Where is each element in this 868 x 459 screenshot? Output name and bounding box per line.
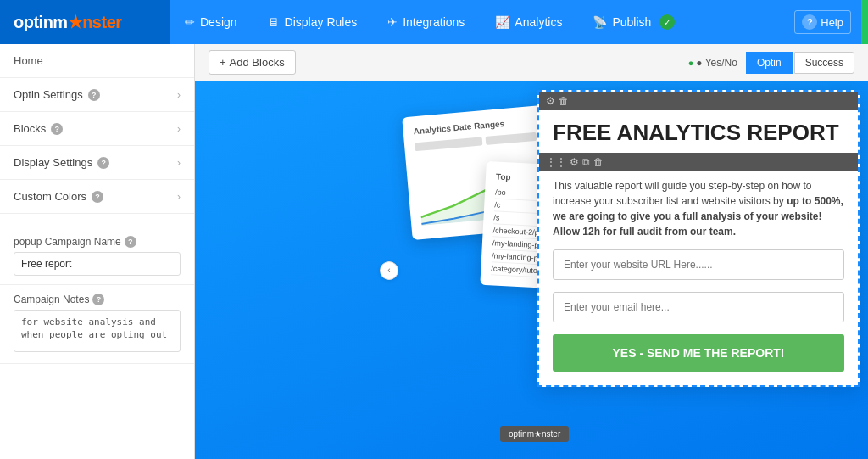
main-layout: Home Optin Settings ? › Blocks ? › Displ… — [0, 44, 868, 459]
help-badge-notes: ? — [92, 294, 104, 305]
nav-label-integrations: Integrations — [403, 15, 465, 29]
popup-overlay: ⚙ 🗑 FREE ANALYTICS REPORT ⋮⋮ ⚙ ⧉ 🗑 — [537, 90, 860, 387]
help-question-icon: ? — [802, 14, 817, 30]
analytics-icon: 📈 — [495, 15, 509, 29]
nav-label-design: Design — [200, 15, 237, 29]
nav-label-display-rules: Display Rules — [285, 15, 358, 29]
canvas-toolbar: + Add Blocks ● ● Yes/No Optin Success — [195, 44, 868, 81]
popup-url-field — [539, 246, 858, 288]
sidebar: Home Optin Settings ? › Blocks ? › Displ… — [0, 44, 195, 459]
display-icon: 🖥 — [268, 15, 280, 29]
help-label: Help — [821, 16, 843, 29]
campaign-name-field: popup Campaign Name ? — [0, 227, 194, 285]
title-block-toolbar: ⚙ 🗑 — [539, 92, 858, 110]
bar-2 — [486, 132, 537, 145]
add-blocks-button[interactable]: + Add Blocks — [209, 50, 296, 75]
help-badge-optin: ? — [88, 89, 100, 101]
logo[interactable]: optinm★nster — [0, 0, 170, 44]
sidebar-label-blocks: Blocks — [14, 122, 46, 135]
campaign-notes-field: Campaign Notes ? for website analysis an… — [0, 285, 194, 364]
canvas-area: + Add Blocks ● ● Yes/No Optin Success An… — [195, 44, 868, 459]
dot-icon: ● — [688, 58, 694, 68]
nav-label-publish: Publish — [612, 15, 651, 29]
bar-1 — [415, 137, 483, 151]
help-button[interactable]: ? Help — [794, 10, 851, 34]
help-badge-blocks: ? — [51, 123, 63, 135]
copy-icon-body[interactable]: ⧉ — [582, 156, 590, 168]
campaign-name-label: popup Campaign Name ? — [14, 236, 181, 248]
canvas-content: Analytics Date Ranges — [195, 81, 868, 459]
popup-body-text: This valuable report will guide you step… — [553, 178, 844, 239]
sidebar-label-display-settings: Display Settings — [14, 156, 92, 169]
chevron-right-icon-4: › — [177, 191, 181, 203]
sidebar-home-label: Home — [14, 54, 43, 67]
submit-button[interactable]: YES - Send me the Report! — [553, 334, 844, 372]
publish-check-icon: ✓ — [659, 14, 675, 30]
publish-icon: 📡 — [593, 15, 607, 29]
sidebar-label-custom-colors: Custom Colors — [14, 190, 86, 203]
gear-icon-body[interactable]: ⚙ — [570, 156, 579, 168]
trash-icon-body[interactable]: 🗑 — [593, 156, 604, 168]
campaign-name-input[interactable] — [14, 252, 181, 276]
nav-label-analytics: Analytics — [515, 15, 562, 29]
submit-label: YES - Send me the Report! — [612, 346, 784, 360]
move-icon-body[interactable]: ⋮⋮ — [546, 156, 566, 168]
nav-item-analytics[interactable]: 📈 Analytics — [480, 0, 577, 44]
campaign-notes-input[interactable]: for website analysis and when people are… — [14, 310, 181, 352]
optinmonster-watermark: optinm★nster — [500, 426, 569, 442]
sidebar-item-custom-colors[interactable]: Custom Colors ? › — [0, 180, 194, 214]
integrations-icon: ✈ — [387, 15, 398, 29]
url-input[interactable] — [553, 249, 844, 280]
yes-no-indicator: ● ● Yes/No — [688, 57, 737, 69]
chevron-right-icon-2: › — [177, 123, 181, 135]
nav-item-display-rules[interactable]: 🖥 Display Rules — [253, 0, 373, 44]
tab-success[interactable]: Success — [794, 52, 854, 74]
nav-item-design[interactable]: ✏ Design — [170, 0, 253, 44]
help-badge-display: ? — [97, 157, 109, 169]
tab-optin[interactable]: Optin — [746, 52, 793, 74]
help-badge-campaign: ? — [125, 236, 136, 248]
email-input[interactable] — [553, 292, 844, 322]
plus-icon: + — [220, 56, 226, 69]
campaign-notes-label: Campaign Notes ? — [14, 294, 181, 305]
collapse-sidebar-button[interactable]: ‹ — [380, 261, 398, 280]
pencil-icon: ✏ — [185, 15, 195, 29]
top-nav: optinm★nster ✏ Design 🖥 Display Rules ✈ … — [0, 0, 868, 44]
add-blocks-label: Add Blocks — [230, 56, 285, 69]
gear-icon-title[interactable]: ⚙ — [546, 95, 555, 107]
nav-items: ✏ Design 🖥 Display Rules ✈ Integrations … — [170, 0, 794, 44]
popup-title: FREE ANALYTICS REPORT — [553, 120, 844, 146]
body-block-toolbar: ⋮⋮ ⚙ ⧉ 🗑 — [539, 153, 858, 171]
chevron-right-icon: › — [177, 89, 181, 101]
sidebar-item-blocks[interactable]: Blocks ? › — [0, 112, 194, 146]
sidebar-item-optin-settings[interactable]: Optin Settings ? › — [0, 78, 194, 112]
logo-text: optinm★nster — [14, 12, 122, 32]
nav-right: ? Help — [794, 10, 861, 34]
view-tabs: ● ● Yes/No Optin Success — [688, 52, 854, 74]
help-badge-colors: ? — [92, 191, 103, 203]
sidebar-item-display-settings[interactable]: Display Settings ? › — [0, 146, 194, 180]
logo-monster: ★nster — [68, 13, 122, 31]
popup-email-field — [539, 288, 858, 331]
popup-body-block[interactable]: This valuable report will guide you step… — [539, 171, 858, 246]
chevron-left-icon: ‹ — [387, 266, 390, 275]
watermark-text: optinm★nster — [509, 429, 560, 439]
sidebar-home[interactable]: Home — [0, 44, 194, 78]
nav-item-integrations[interactable]: ✈ Integrations — [372, 0, 480, 44]
nav-green-bar — [861, 0, 868, 44]
nav-item-publish[interactable]: 📡 Publish ✓ — [577, 0, 690, 44]
trash-icon-title[interactable]: 🗑 — [559, 95, 569, 107]
chevron-right-icon-3: › — [177, 157, 181, 169]
sidebar-label-optin-settings: Optin Settings — [14, 88, 83, 101]
popup-title-block[interactable]: FREE ANALYTICS REPORT — [539, 110, 858, 153]
